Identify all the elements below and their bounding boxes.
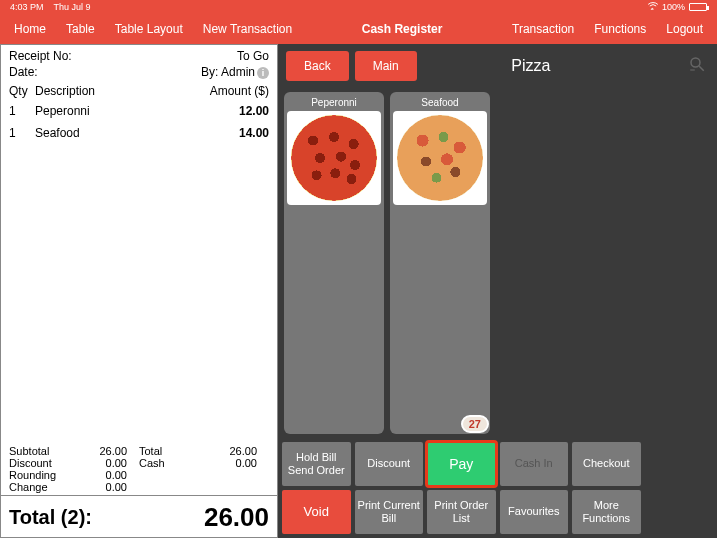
wifi-icon	[648, 2, 658, 12]
discount-button[interactable]: Discount	[355, 442, 424, 486]
back-button[interactable]: Back	[286, 51, 349, 81]
nav-home[interactable]: Home	[6, 18, 54, 40]
receipt-status: To Go	[237, 49, 269, 65]
print-order-button[interactable]: Print Order List	[427, 490, 496, 534]
svg-point-0	[691, 58, 700, 67]
col-desc: Description	[35, 84, 210, 98]
battery-icon	[689, 3, 707, 11]
cash-in-button[interactable]: Cash In	[500, 442, 569, 486]
date-label: Date:	[9, 65, 38, 79]
total-label: Total (2):	[9, 506, 92, 529]
nav-functions[interactable]: Functions	[586, 18, 654, 40]
checkout-button[interactable]: Checkout	[572, 442, 641, 486]
product-grid: Peperonni Seafood 27	[278, 88, 717, 438]
product-seafood[interactable]: Seafood 27	[390, 92, 490, 434]
hold-bill-button[interactable]: Hold Bill Send Order	[282, 442, 351, 486]
col-amt: Amount ($)	[210, 84, 269, 98]
void-button[interactable]: Void	[282, 490, 351, 534]
receipt-panel: Receipt No: To Go Date: By: Admini Qty D…	[0, 44, 278, 538]
nav-table-layout[interactable]: Table Layout	[107, 18, 191, 40]
nav-new-transaction[interactable]: New Transaction	[195, 18, 300, 40]
product-peperonni[interactable]: Peperonni	[284, 92, 384, 434]
nav-logout[interactable]: Logout	[658, 18, 711, 40]
more-functions-button[interactable]: More Functions	[572, 490, 641, 534]
svg-line-1	[699, 66, 704, 71]
col-qty: Qty	[9, 84, 35, 98]
nav-transaction[interactable]: Transaction	[504, 18, 582, 40]
function-buttons: Hold Bill Send Order Discount Pay Cash I…	[278, 438, 717, 538]
status-date: Thu Jul 9	[54, 2, 91, 12]
nav-table[interactable]: Table	[58, 18, 103, 40]
search-icon[interactable]	[685, 55, 709, 77]
top-nav: Home Table Table Layout New Transaction …	[0, 14, 717, 44]
product-image	[393, 111, 487, 205]
total-bar: Total (2): 26.00	[1, 495, 277, 537]
status-bar: 4:03 PM Thu Jul 9 100%	[0, 0, 717, 14]
status-time: 4:03 PM	[10, 2, 44, 12]
line-item[interactable]: 1 Seafood 14.00	[1, 122, 277, 144]
favourites-button[interactable]: Favourites	[500, 490, 569, 534]
receipt-no-label: Receipt No:	[9, 49, 72, 63]
by-label: By: Admin	[201, 65, 255, 79]
product-image	[287, 111, 381, 205]
category-title: Pizza	[423, 57, 679, 75]
total-value: 26.00	[204, 502, 269, 533]
receipt-summary: Subtotal 26.00 Total 26.00 Discount 0.00…	[1, 441, 277, 495]
info-icon[interactable]: i	[257, 67, 269, 79]
stock-badge: 27	[461, 415, 489, 433]
battery-pct: 100%	[662, 2, 685, 12]
line-item[interactable]: 1 Peperonni 12.00	[1, 100, 277, 122]
print-bill-button[interactable]: Print Current Bill	[355, 490, 424, 534]
app-title: Cash Register	[300, 22, 504, 36]
main-button[interactable]: Main	[355, 51, 417, 81]
pay-button[interactable]: Pay	[427, 442, 496, 486]
